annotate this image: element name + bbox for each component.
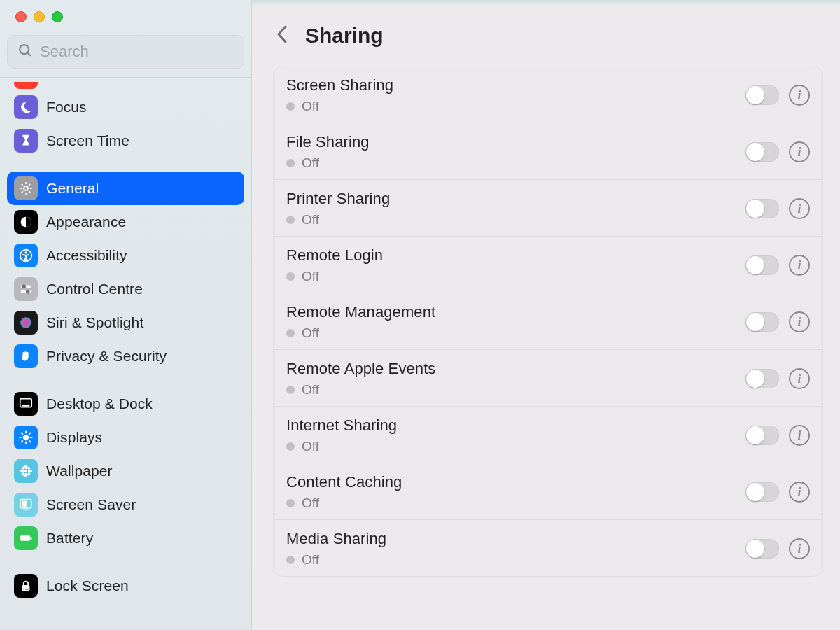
accessibility-icon <box>14 244 38 267</box>
svg-point-10 <box>20 317 31 328</box>
row-title: Remote Apple Events <box>286 360 746 378</box>
row-status: Off <box>286 552 746 568</box>
search-input[interactable] <box>40 43 234 61</box>
svg-point-27 <box>21 466 25 470</box>
status-dot-icon <box>286 386 295 394</box>
sidebar-item-label: Appearance <box>46 214 126 230</box>
info-button[interactable]: i <box>789 368 810 389</box>
page-title: Sharing <box>305 24 384 48</box>
info-button[interactable]: i <box>789 538 810 559</box>
row-media-sharing[interactable]: Media Sharing Off i <box>274 520 822 576</box>
sidebar-item-accessibility[interactable]: Accessibility <box>7 239 244 272</box>
zoom-window-button[interactable] <box>52 11 63 22</box>
info-button[interactable]: i <box>789 312 810 332</box>
info-button[interactable]: i <box>789 425 810 446</box>
sharing-list: Screen Sharing Off i File Sharing Off i <box>273 66 823 577</box>
toggle-remote-apple-events[interactable] <box>746 369 779 388</box>
info-button[interactable]: i <box>789 141 810 162</box>
row-title: Internet Sharing <box>286 416 746 435</box>
sliders-icon <box>14 277 38 301</box>
info-button[interactable]: i <box>789 198 810 219</box>
sidebar-item-siri-spotlight[interactable]: Siri & Spotlight <box>7 306 244 340</box>
toggle-printer-sharing[interactable] <box>746 199 779 218</box>
sidebar-item-label: Screen Saver <box>46 496 136 513</box>
row-remote-apple-events[interactable]: Remote Apple Events Off i <box>274 350 822 407</box>
sidebar-item-clipped[interactable] <box>14 82 38 89</box>
svg-point-28 <box>27 472 31 476</box>
status-dot-icon <box>286 216 295 224</box>
row-status: Off <box>286 212 746 227</box>
toggle-content-caching[interactable] <box>746 482 779 502</box>
search-field[interactable] <box>7 35 244 69</box>
sidebar-item-appearance[interactable]: Appearance <box>7 205 244 239</box>
sidebar-item-wallpaper[interactable]: Wallpaper <box>7 454 244 488</box>
row-status: Off <box>286 326 746 341</box>
row-title: Remote Login <box>286 246 746 265</box>
sidebar-nav[interactable]: Focus Screen Time General Appearance <box>0 77 251 630</box>
status-dot-icon <box>286 556 295 564</box>
status-dot-icon <box>286 159 295 167</box>
close-window-button[interactable] <box>15 11 27 22</box>
row-file-sharing[interactable]: File Sharing Off i <box>274 123 822 180</box>
sun-icon <box>14 426 38 449</box>
sidebar-item-privacy-security[interactable]: Privacy & Security <box>7 340 244 373</box>
lock-icon <box>14 574 38 598</box>
contrast-icon <box>14 210 38 234</box>
status-dot-icon <box>286 329 295 337</box>
status-dot-icon <box>286 499 295 507</box>
row-title: File Sharing <box>286 133 746 151</box>
sidebar-item-focus[interactable]: Focus <box>7 90 244 124</box>
sidebar-item-label: Battery <box>46 530 93 547</box>
svg-point-26 <box>28 470 32 472</box>
row-internet-sharing[interactable]: Internet Sharing Off i <box>274 407 822 463</box>
row-printer-sharing[interactable]: Printer Sharing Off i <box>274 180 822 237</box>
toggle-file-sharing[interactable] <box>746 142 779 162</box>
row-status: Off <box>286 269 746 284</box>
svg-rect-12 <box>22 405 30 407</box>
toggle-screen-sharing[interactable] <box>746 85 779 105</box>
sidebar-item-label: Accessibility <box>46 247 127 264</box>
sidebar-item-label: Screen Time <box>46 132 130 149</box>
search-icon <box>18 43 33 61</box>
minimize-window-button[interactable] <box>34 11 45 22</box>
row-remote-management[interactable]: Remote Management Off i <box>274 293 822 350</box>
hourglass-icon <box>14 129 38 153</box>
toggle-internet-sharing[interactable] <box>746 426 779 445</box>
svg-line-19 <box>29 441 31 442</box>
battery-icon <box>14 526 38 550</box>
sidebar-item-label: Desktop & Dock <box>46 396 153 412</box>
svg-point-23 <box>24 465 27 469</box>
toggle-media-sharing[interactable] <box>746 539 779 559</box>
info-button[interactable]: i <box>789 85 810 106</box>
info-button[interactable]: i <box>789 482 810 503</box>
screensaver-icon <box>14 493 38 517</box>
info-button[interactable]: i <box>789 255 810 276</box>
svg-point-5 <box>24 251 27 253</box>
sidebar-item-label: Displays <box>46 429 102 446</box>
sidebar-item-battery[interactable]: Battery <box>7 522 244 555</box>
back-button[interactable] <box>274 24 291 48</box>
sidebar-item-displays[interactable]: Displays <box>7 421 244 454</box>
sidebar: Focus Screen Time General Appearance <box>0 0 252 630</box>
sidebar-item-lock-screen[interactable]: Lock Screen <box>7 569 244 603</box>
sidebar-item-control-centre[interactable]: Control Centre <box>7 272 244 306</box>
main-header: Sharing <box>252 6 840 63</box>
row-title: Remote Management <box>286 303 746 321</box>
row-content-caching[interactable]: Content Caching Off i <box>274 463 822 520</box>
moon-icon <box>14 95 38 119</box>
flower-icon <box>14 459 38 483</box>
sidebar-item-general[interactable]: General <box>7 172 244 205</box>
main-panel: Sharing Screen Sharing Off i File Sharin… <box>252 0 840 630</box>
toggle-remote-login[interactable] <box>746 255 779 275</box>
sidebar-item-screen-saver[interactable]: Screen Saver <box>7 488 244 522</box>
svg-rect-36 <box>22 585 30 591</box>
row-title: Media Sharing <box>286 530 746 548</box>
sidebar-item-desktop-dock[interactable]: Desktop & Dock <box>7 387 244 421</box>
svg-point-22 <box>24 470 28 473</box>
svg-point-9 <box>26 290 30 294</box>
sidebar-item-screen-time[interactable]: Screen Time <box>7 124 244 158</box>
toggle-remote-management[interactable] <box>746 312 779 332</box>
gear-icon <box>14 176 38 200</box>
row-remote-login[interactable]: Remote Login Off i <box>274 237 822 293</box>
row-screen-sharing[interactable]: Screen Sharing Off i <box>274 66 822 123</box>
